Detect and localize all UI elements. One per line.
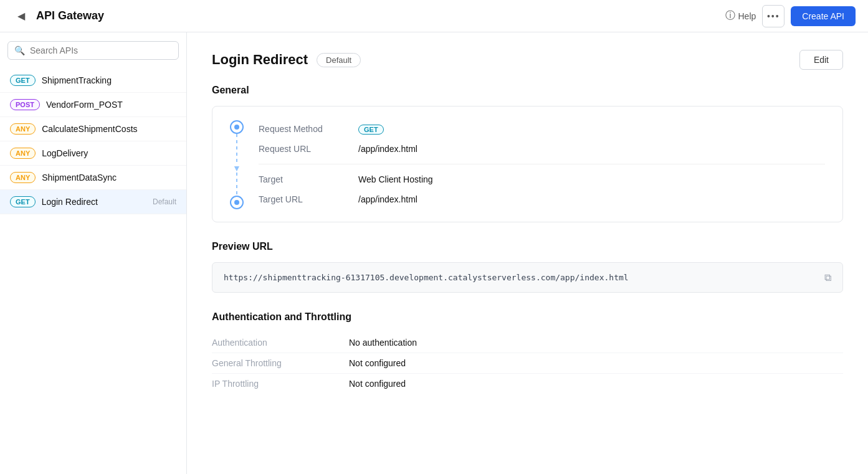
page-header-left: Login Redirect Default xyxy=(212,52,361,68)
arrow-icon: ▼ xyxy=(232,164,241,173)
method-badge-any: ANY xyxy=(10,172,36,183)
search-box: 🔍 xyxy=(7,41,179,60)
target-url-value: /app/index.html xyxy=(358,194,417,204)
sidebar-item-shipmenttracking[interactable]: GET ShipmentTracking xyxy=(0,69,186,93)
auth-section: Authentication No authentication General… xyxy=(212,333,843,394)
flow-fields: Request Method GET Request URL /app/inde… xyxy=(259,119,825,209)
dashed-connector xyxy=(236,134,237,164)
ip-throttle-label: IP Throttling xyxy=(212,379,349,389)
request-url-label: Request URL xyxy=(259,144,358,154)
circle-inner xyxy=(234,125,239,130)
sidebar-item-label: ShipmentDataSync xyxy=(42,173,176,182)
preview-url-section-title: Preview URL xyxy=(212,241,843,252)
target-label: Target xyxy=(259,174,358,184)
main-layout: 🔍 GET ShipmentTracking POST VendorForm_P… xyxy=(0,32,868,474)
page-title: Login Redirect xyxy=(212,52,308,68)
general-card: ▼ Request Method GET xyxy=(212,106,843,222)
help-circle-icon: ⓘ xyxy=(725,9,735,22)
back-icon: ◀ xyxy=(17,10,25,22)
sidebar-item-label: ShipmentTracking xyxy=(42,75,176,85)
method-badge-any: ANY xyxy=(10,148,36,159)
method-badge-get: GET xyxy=(10,75,36,86)
sidebar-item-vendorform[interactable]: POST VendorForm_POST xyxy=(0,93,186,117)
edit-button[interactable]: Edit xyxy=(799,50,843,70)
app-header: ◀ API Gateway ⓘ Help ••• Create API xyxy=(0,0,868,32)
page-header: Login Redirect Default Edit xyxy=(212,50,843,70)
sidebar-item-label: CalculateShipmentCosts xyxy=(42,124,176,134)
target-value: Web Client Hosting xyxy=(358,174,433,184)
method-badge-get: GET xyxy=(10,196,36,207)
help-label: Help xyxy=(738,11,756,21)
general-throttle-label: General Throttling xyxy=(212,358,349,368)
request-method-label: Request Method xyxy=(259,124,358,134)
request-method-row: Request Method GET xyxy=(259,119,825,139)
sidebar-item-label: VendorForm_POST xyxy=(46,100,176,110)
ellipsis-icon: ••• xyxy=(767,11,780,21)
sidebar-item-loginredirect[interactable]: GET Login Redirect Default xyxy=(0,190,186,214)
sidebar: 🔍 GET ShipmentTracking POST VendorForm_P… xyxy=(0,32,187,474)
target-url-label: Target URL xyxy=(259,194,358,204)
ip-throttle-value: Not configured xyxy=(349,379,406,389)
get-badge: GET xyxy=(358,125,384,135)
more-options-button[interactable]: ••• xyxy=(762,5,785,27)
auth-value: No authentication xyxy=(349,338,417,348)
request-url-row: Request URL /app/index.html xyxy=(259,139,825,159)
request-method-value: GET xyxy=(358,124,384,134)
divider xyxy=(259,164,825,164)
auth-row: Authentication No authentication xyxy=(212,333,843,353)
header-right: ⓘ Help ••• Create API xyxy=(725,5,856,27)
help-button[interactable]: ⓘ Help xyxy=(725,9,756,22)
header-left: ◀ API Gateway xyxy=(12,7,104,25)
auth-section-title: Authentication and Throttling xyxy=(212,311,843,323)
general-section-title: General xyxy=(212,85,843,96)
sidebar-item-calculateshipment[interactable]: ANY CalculateShipmentCosts xyxy=(0,117,186,141)
circle-inner-2 xyxy=(234,200,239,205)
back-button[interactable]: ◀ xyxy=(12,7,30,25)
top-circle xyxy=(230,120,244,134)
sidebar-item-logdelivery[interactable]: ANY LogDelivery xyxy=(0,141,186,166)
method-badge-post: POST xyxy=(10,99,40,110)
request-url-value: /app/index.html xyxy=(358,144,417,154)
copy-icon[interactable]: ⧉ xyxy=(824,272,831,283)
flow-visual: ▼ xyxy=(230,119,244,209)
sidebar-item-label: LogDelivery xyxy=(42,148,176,158)
target-row: Target Web Client Hosting xyxy=(259,169,825,189)
auth-label: Authentication xyxy=(212,338,349,348)
main-content: Login Redirect Default Edit General ▼ xyxy=(187,32,868,474)
method-badge-any: ANY xyxy=(10,123,36,135)
bottom-circle xyxy=(230,196,244,209)
dashed-connector-2 xyxy=(236,173,237,196)
general-throttle-row: General Throttling Not configured xyxy=(212,353,843,374)
sidebar-item-label: Login Redirect xyxy=(42,197,146,207)
create-api-button[interactable]: Create API xyxy=(791,6,856,26)
preview-url-value: https://shipmenttracking-61317105.develo… xyxy=(224,273,629,282)
default-badge: Default xyxy=(317,53,361,67)
sidebar-item-shipmentdatasync[interactable]: ANY ShipmentDataSync xyxy=(0,166,186,190)
sidebar-default-label: Default xyxy=(153,197,176,206)
general-throttle-value: Not configured xyxy=(349,358,406,368)
preview-url-box: https://shipmenttracking-61317105.develo… xyxy=(212,262,843,293)
target-url-row: Target URL /app/index.html xyxy=(259,189,825,209)
ip-throttle-row: IP Throttling Not configured xyxy=(212,374,843,394)
search-input[interactable] xyxy=(30,45,172,55)
search-icon: 🔍 xyxy=(14,45,25,55)
app-title: API Gateway xyxy=(36,9,104,22)
